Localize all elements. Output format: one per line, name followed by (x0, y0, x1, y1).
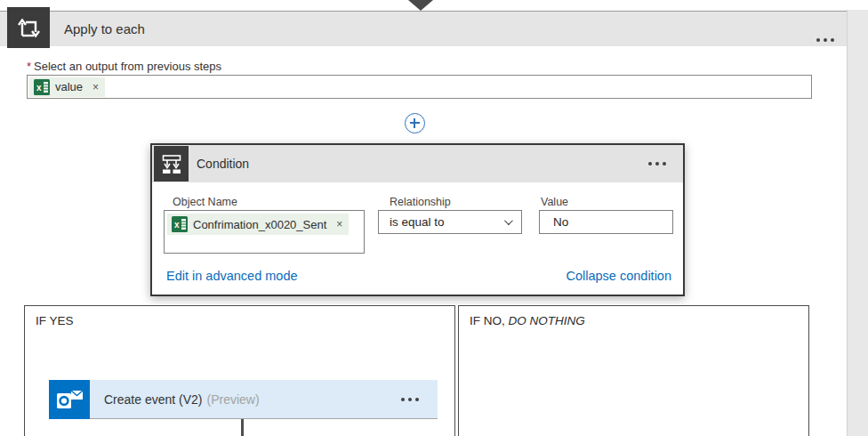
apply-to-each-loop-icon (7, 7, 50, 48)
apply-to-each-header[interactable]: Apply to each (0, 11, 847, 46)
object-name-token-label: Confrimation_x0020_Sent (193, 218, 326, 231)
excel-icon: x (172, 216, 188, 232)
object-name-token[interactable]: x Confrimation_x0020_Sent × (167, 214, 349, 235)
if-no-do-nothing-text: DO NOTHING (509, 314, 585, 327)
collapse-condition-link[interactable]: Collapse condition (567, 269, 672, 283)
value-input[interactable] (539, 210, 673, 234)
svg-text:x: x (174, 220, 180, 230)
connector-line (241, 419, 244, 436)
flow-designer-canvas: Apply to each *Select an output from pre… (0, 0, 868, 436)
relationship-dropdown[interactable]: is equal to (378, 210, 522, 234)
chevron-down-icon (504, 216, 513, 225)
object-name-field[interactable]: x Confrimation_x0020_Sent × (164, 210, 365, 254)
edit-advanced-mode-link[interactable]: Edit in advanced mode (166, 269, 298, 283)
output-field-label: *Select an output from previous steps (27, 60, 221, 73)
if-yes-label: IF YES (36, 314, 74, 327)
connector-arrow-down-icon (408, 0, 433, 11)
condition-header[interactable]: Condition (152, 145, 683, 182)
remove-token-icon[interactable]: × (92, 81, 99, 93)
object-name-label: Object Name (173, 196, 237, 208)
create-event-menu-button[interactable] (395, 391, 425, 408)
canvas-background-strip (847, 10, 868, 436)
if-no-label: IF NO, DO NOTHING (470, 314, 585, 327)
if-no-branch: IF NO, DO NOTHING (458, 305, 809, 436)
condition-title: Condition (197, 145, 249, 182)
output-input[interactable]: x value × (27, 75, 812, 99)
relationship-label: Relationship (390, 196, 451, 208)
required-asterisk: * (27, 60, 31, 73)
value-label: Value (541, 196, 568, 208)
svg-text:x: x (36, 83, 42, 93)
create-event-title: Create event (V2)(Preview) (104, 380, 260, 419)
value-token-label: value (55, 80, 83, 93)
condition-menu-button[interactable] (642, 155, 672, 173)
condition-branch-icon (154, 146, 189, 182)
apply-to-each-menu-button[interactable] (806, 31, 845, 49)
insert-step-button[interactable] (405, 113, 425, 133)
condition-card: Condition Object Name x (150, 143, 685, 296)
create-event-card[interactable]: Create event (V2)(Preview) (49, 380, 438, 419)
outlook-icon (49, 380, 90, 419)
value-token[interactable]: x value × (29, 77, 105, 97)
remove-token-icon[interactable]: × (336, 218, 342, 230)
apply-to-each-title: Apply to each (64, 12, 145, 47)
excel-icon: x (34, 79, 50, 95)
preview-badge: (Preview) (207, 392, 260, 407)
relationship-selected-value: is equal to (390, 215, 445, 229)
